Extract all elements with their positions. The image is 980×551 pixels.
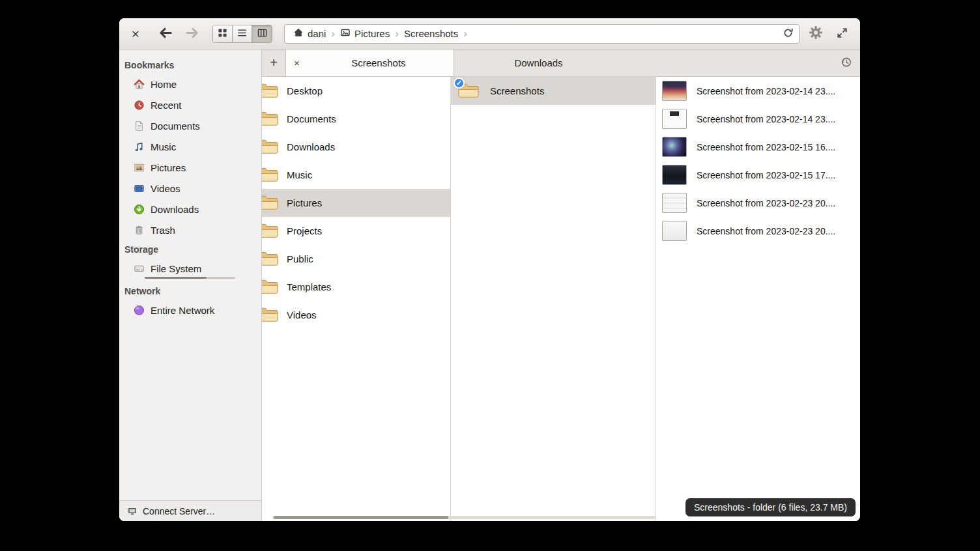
breadcrumb-label: Pictures [354, 28, 390, 39]
tab-close-icon[interactable]: × [286, 57, 304, 68]
file-thumbnail [662, 137, 687, 157]
folder-row-videos[interactable]: Videos [262, 301, 450, 329]
toolbar: × [119, 18, 860, 49]
sidebar-item-label: Downloads [151, 204, 199, 215]
folder-icon [262, 194, 279, 212]
folder-icon [262, 222, 279, 240]
sidebar-item-home[interactable]: Home [119, 74, 261, 94]
folder-icon [262, 306, 279, 324]
tab-label: Screenshots [304, 57, 454, 68]
sidebar-item-music[interactable]: Music [119, 136, 261, 157]
folder-icon [262, 138, 279, 156]
bookmarks-header: Bookmarks [119, 56, 261, 74]
breadcrumb-screenshots[interactable]: Screenshots [402, 28, 460, 39]
sidebar-item-videos[interactable]: Videos [119, 178, 261, 199]
storage-usage-fill [145, 277, 207, 279]
folder-row-projects[interactable]: Projects [262, 217, 450, 245]
folder-icon [262, 82, 279, 100]
connect-server-button[interactable]: Connect Server… [119, 500, 261, 521]
file-row[interactable]: Screenshot from 2023-02-15 16.... [656, 133, 860, 161]
sidebar-item-label: File System [151, 263, 201, 274]
clock-icon [134, 100, 145, 111]
horizontal-scrollbar[interactable] [272, 516, 656, 519]
tab-screenshots[interactable]: × Screenshots [285, 49, 454, 76]
file-row[interactable]: Screenshot from 2023-02-14 23.... [656, 105, 860, 133]
folder-icon [262, 250, 279, 268]
file-name: Screenshot from 2023-02-15 16.... [697, 142, 835, 152]
settings-button[interactable] [806, 24, 826, 44]
filmstrip-icon [134, 183, 145, 194]
forward-button[interactable] [184, 27, 201, 41]
column-view-icon [257, 28, 267, 40]
back-button[interactable] [156, 27, 173, 41]
window-close-button[interactable]: × [128, 27, 143, 40]
sidebar-item-trash[interactable]: Trash [119, 219, 261, 240]
folder-row-public[interactable]: Public [262, 245, 450, 273]
breadcrumb-pictures[interactable]: Pictures [338, 27, 392, 40]
file-row[interactable]: Screenshot from 2023-02-15 17.... [656, 161, 860, 189]
grid-view-icon [218, 28, 227, 40]
new-tab-button[interactable]: + [262, 49, 285, 76]
file-name: Screenshot from 2023-02-14 23.... [697, 114, 835, 124]
sidebar-item-label: Trash [151, 225, 175, 236]
folder-icon [262, 110, 279, 128]
breadcrumb-separator-icon: › [394, 28, 400, 39]
file-thumbnail [662, 109, 687, 129]
column-view-button[interactable] [252, 25, 272, 42]
breadcrumb-separator-icon: › [330, 28, 336, 39]
refresh-button[interactable] [779, 25, 796, 42]
grid-view-button[interactable] [213, 25, 233, 42]
file-row[interactable]: Screenshot from 2023-02-14 23.... [656, 77, 860, 105]
sidebar-item-pictures[interactable]: Pictures [119, 157, 261, 178]
gear-icon [809, 25, 823, 42]
sidebar-item-entire-network[interactable]: Entire Network [119, 300, 261, 320]
file-name: Screenshot from 2023-02-14 23.... [697, 86, 835, 96]
storage-usage-bar [145, 277, 235, 279]
list-view-button[interactable] [233, 25, 252, 42]
folder-label: Templates [287, 281, 331, 292]
sidebar-item-downloads[interactable]: Downloads [119, 199, 261, 219]
sidebar-item-label: Entire Network [151, 305, 214, 316]
folder-label: Pictures [287, 197, 322, 208]
tab-downloads[interactable]: Downloads [454, 49, 623, 76]
folder-label: Documents [287, 113, 336, 124]
sidebar-item-label: Home [151, 79, 177, 90]
file-row[interactable]: Screenshot from 2023-02-23 20.... [656, 217, 860, 245]
sidebar-item-recent[interactable]: Recent [119, 94, 261, 115]
folder-row-documents[interactable]: Documents [262, 105, 450, 133]
back-arrow-icon [158, 27, 173, 41]
sidebar-item-file-system[interactable]: File System [119, 258, 261, 279]
fullscreen-button[interactable] [832, 24, 852, 44]
folder-label: Downloads [287, 141, 335, 152]
folder-row-desktop[interactable]: Desktop [262, 77, 450, 105]
breadcrumb-label: Screenshots [404, 28, 458, 39]
sidebar-item-documents[interactable]: Documents [119, 115, 261, 136]
folder-row-music[interactable]: Music [262, 161, 450, 189]
home-icon [293, 27, 304, 40]
folder-label: Videos [287, 309, 317, 320]
folder-row-screenshots-selected[interactable]: ✓ Screenshots [451, 77, 656, 105]
file-name: Screenshot from 2023-02-23 20.... [697, 226, 835, 236]
network-header: Network [119, 282, 261, 300]
horizontal-scrollbar-thumb[interactable] [274, 516, 448, 519]
folder-icon [262, 166, 279, 184]
sidebar-item-label: Documents [151, 120, 200, 132]
storage-header: Storage [119, 240, 261, 258]
breadcrumb-home[interactable]: dani [291, 27, 328, 40]
breadcrumb-separator-icon: › [462, 28, 468, 39]
path-bar[interactable]: dani › Pictures › Screenshots › [284, 24, 800, 44]
file-thumbnail [662, 165, 687, 185]
file-manager-window: × [119, 18, 860, 521]
tab-label: Downloads [454, 57, 623, 68]
folder-row-pictures[interactable]: Pictures [262, 189, 450, 217]
folder-row-templates[interactable]: Templates [262, 273, 450, 301]
folder-icon [262, 278, 279, 296]
folder-row-downloads[interactable]: Downloads [262, 133, 450, 161]
breadcrumb-label: dani [308, 28, 326, 39]
view-switcher [212, 25, 272, 43]
folder-label: Music [287, 169, 312, 180]
file-row[interactable]: Screenshot from 2023-02-23 20.... [656, 189, 860, 217]
history-button[interactable] [831, 49, 860, 76]
folder-label: Projects [287, 225, 322, 236]
column-current-folder: ✓ Screenshots [451, 77, 656, 521]
